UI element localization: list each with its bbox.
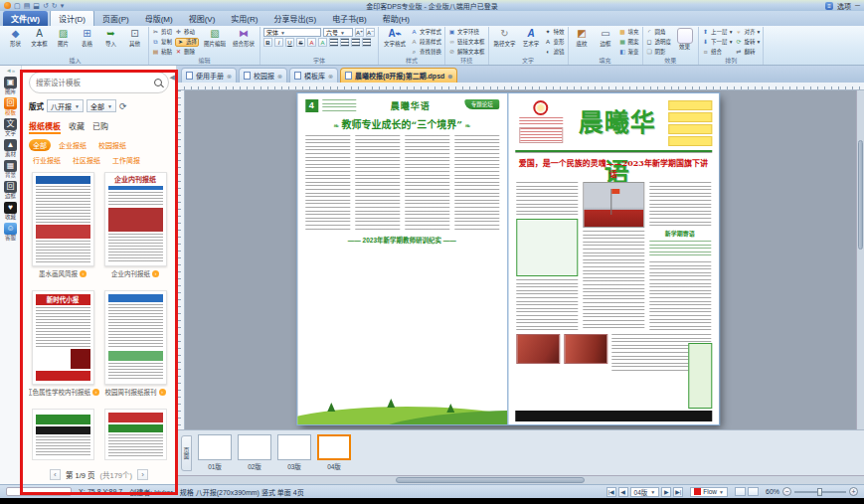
vertical-scroll-thumb[interactable]: [858, 140, 863, 250]
spread-view-icon[interactable]: [748, 487, 759, 496]
minimize-icon[interactable]: ─: [855, 2, 860, 9]
rail-item-text[interactable]: 文文字: [4, 118, 17, 136]
template-item[interactable]: 新时代小报 红色属性学校内刊报纸›: [32, 290, 94, 401]
rail-item-gallery[interactable]: ▣图库: [4, 77, 17, 94]
gradient-button[interactable]: ◧渐变: [619, 49, 639, 56]
pages-strip-tab[interactable]: 页面: [181, 435, 192, 471]
template-go-icon[interactable]: ›: [159, 389, 166, 396]
underline-button[interactable]: U: [285, 38, 294, 47]
template-item[interactable]: [104, 409, 167, 460]
group-button[interactable]: ⧈组合: [702, 49, 732, 56]
template-go-icon[interactable]: ›: [92, 389, 99, 396]
zoom-in-button[interactable]: +: [849, 487, 858, 496]
page-thumb-03[interactable]: 03版: [277, 434, 311, 471]
search-icon[interactable]: [154, 79, 162, 86]
para-style-button[interactable]: A段落样式: [411, 39, 441, 46]
zoom-slider[interactable]: [794, 491, 846, 493]
find-replace-button[interactable]: ⌕查找替换: [411, 49, 441, 56]
save-icon[interactable]: ⬓: [33, 2, 40, 10]
shape-button[interactable]: ◆形状: [5, 28, 26, 57]
format-select[interactable]: 八开报▼: [47, 99, 84, 112]
link-textbox-button[interactable]: ∞链接文本框: [448, 39, 485, 46]
cut-button[interactable]: ✂剪切: [152, 29, 172, 36]
menu-tab-design[interactable]: 设计(D): [50, 10, 94, 26]
page-thumb-04[interactable]: 04版: [317, 434, 351, 471]
import-button[interactable]: ➥导入: [100, 28, 121, 57]
opacity-button[interactable]: ◻透明度: [646, 39, 672, 46]
menu-tab-utility[interactable]: 实用(R): [223, 11, 265, 26]
page-select[interactable]: 04版▼: [630, 487, 660, 497]
options-icon[interactable]: ≡: [825, 2, 833, 10]
font-smaller-button[interactable]: A⁻: [366, 28, 375, 37]
text-style-button[interactable]: A文字样式: [411, 29, 441, 36]
rail-item-assets[interactable]: ▲素材: [4, 139, 17, 157]
doc-tab[interactable]: 模板库⊗: [289, 68, 338, 83]
send-backward-button[interactable]: ⬇下一层 ▾: [702, 39, 732, 46]
image-edit-button[interactable]: ▧图片编辑: [202, 28, 228, 57]
pill-community[interactable]: 社区报纸: [69, 154, 104, 166]
align-right-button[interactable]: [351, 38, 360, 47]
rail-item-favorites[interactable]: ♥收藏: [4, 202, 17, 220]
justify-button[interactable]: [362, 38, 371, 47]
first-page-button[interactable]: |◀: [606, 487, 616, 497]
rotate-button[interactable]: ⟳旋转 ▾: [735, 39, 760, 46]
strike-button[interactable]: S: [296, 38, 305, 47]
font-size-select[interactable]: 六号▼: [323, 28, 353, 37]
close-tab-icon[interactable]: ⊗: [227, 73, 232, 80]
rail-item-frames[interactable]: 回边框: [4, 181, 17, 199]
text-wrap-button[interactable]: ▣文字环绕: [448, 29, 485, 36]
pill-industry[interactable]: 行业报纸: [29, 154, 65, 166]
pill-briefing[interactable]: 工作简报: [108, 154, 144, 166]
open-icon[interactable]: ▤: [24, 2, 31, 10]
new-doc-icon[interactable]: ▢: [14, 2, 21, 10]
image-button[interactable]: ▨图片: [53, 28, 74, 57]
text-deform-button[interactable]: A变形: [545, 39, 565, 46]
single-page-view-icon[interactable]: [735, 487, 746, 496]
wordart-button[interactable]: A艺术字: [521, 28, 542, 57]
copy-button[interactable]: ⧉复制: [152, 39, 172, 46]
page-thumb-01[interactable]: 01版: [198, 434, 232, 471]
pattern-button[interactable]: ▦图案: [619, 39, 639, 46]
font-family-select[interactable]: 宋体▼: [263, 28, 321, 37]
combine-shape-button[interactable]: ⧓组合形状: [231, 28, 257, 57]
redo-icon[interactable]: ↻: [52, 2, 58, 10]
last-page-button[interactable]: ▶|: [673, 487, 683, 497]
menu-tab-page[interactable]: 页面(P): [94, 11, 137, 26]
bold-button[interactable]: B: [263, 38, 272, 47]
unlink-textbox-button[interactable]: ⊘解除文本框: [448, 49, 485, 56]
rail-item-service[interactable]: ☺客服: [4, 223, 17, 241]
panel-collapse-icon[interactable]: ◀: [170, 74, 175, 82]
doc-tab[interactable]: 校园报⊗: [239, 68, 287, 83]
close-tab-icon[interactable]: ⊗: [328, 73, 333, 80]
sound-icon[interactable]: ◄»: [6, 68, 15, 74]
horizontal-scroll-thumb[interactable]: [396, 477, 585, 483]
next-page-nav-button[interactable]: ▶: [661, 487, 671, 497]
shading-button[interactable]: ◩底纹: [572, 28, 593, 57]
text-filter-button[interactable]: ◐滤镜: [545, 49, 565, 56]
rail-item-templates[interactable]: 回模板: [4, 97, 17, 115]
search-input[interactable]: [36, 79, 150, 87]
menu-tab-master[interactable]: 母版(M): [137, 11, 181, 26]
prev-page-button[interactable]: ‹: [50, 469, 61, 480]
color-mode-select[interactable]: Flow▼: [690, 487, 728, 497]
italic-button[interactable]: I: [274, 38, 283, 47]
delete-button[interactable]: ✕删除: [175, 49, 199, 56]
doc-tab-active[interactable]: 晨曦校报(8开报)第二期.dpsd⊗: [340, 68, 457, 83]
rail-item-background[interactable]: ▦背景: [4, 160, 17, 178]
search-box[interactable]: [29, 72, 169, 93]
textbox-button[interactable]: A文本框: [29, 28, 50, 57]
fill-button[interactable]: ▩填充: [619, 29, 639, 36]
menu-tab-file[interactable]: 文件(W): [3, 11, 48, 26]
undo-icon[interactable]: ↺: [43, 2, 49, 10]
menu-tab-help[interactable]: 帮助(H): [375, 11, 418, 26]
corner-button[interactable]: ◜圆角: [646, 29, 672, 36]
template-item[interactable]: 企业内刊报纸 企业内刊报纸›: [104, 172, 167, 282]
paste-button[interactable]: ▤粘贴: [152, 49, 172, 56]
template-item[interactable]: 墨水画风简报›: [32, 172, 94, 282]
text-effect-button[interactable]: ✦特效: [545, 29, 565, 36]
prev-page-nav-button[interactable]: ◀: [618, 487, 628, 497]
page-right[interactable]: 晨曦华语 爱国，是一个民族的灵魂——2023年新学期国旗下讲话 新学期寄语: [508, 93, 719, 424]
menu-tab-share-export[interactable]: 分享导出(S): [265, 11, 324, 26]
zoom-out-button[interactable]: −: [782, 487, 791, 496]
doc-tab[interactable]: 使用手册⊗: [181, 68, 237, 83]
